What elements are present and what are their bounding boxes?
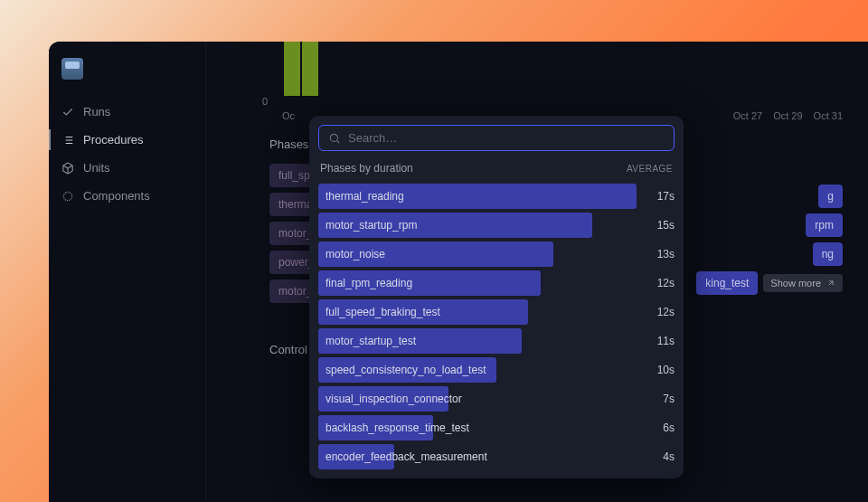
svg-point-9 [330,134,337,141]
duration-bar: motor_noise [318,242,553,267]
phases-popover: Phases by duration AVERAGE thermal_readi… [309,116,684,478]
timeline-chart: 0 Oc Oct 27 Oct 29 Oct 31 [269,56,868,114]
sidebar: RunsProceduresUnitsComponents [49,42,206,502]
x-tick: Oct 29 [773,110,802,121]
x-tick: Oct 27 [733,110,762,121]
app-logo [61,58,83,80]
phase-pill[interactable]: ng [813,242,843,266]
phase-pill[interactable]: rpm [806,213,843,237]
sidebar-item-components[interactable]: Components [49,182,205,210]
sidebar-item-label: Procedures [83,133,143,147]
sidebar-item-label: Units [83,161,110,175]
y-axis-zero: 0 [262,96,268,107]
phase-duration-row[interactable]: encoder_feedback_measurement4s [318,444,675,469]
duration-value: 15s [644,219,675,232]
search-field-wrap[interactable] [318,125,675,151]
duration-bar: motor_startup_test [318,328,522,354]
duration-value: 4s [644,450,675,463]
check-icon [61,106,74,118]
duration-bar: visual_inspection_connector [318,386,448,412]
x-tick: Oc [282,110,295,121]
duration-value: 6s [644,421,675,434]
sidebar-item-label: Runs [83,105,110,118]
search-icon [328,132,341,145]
phase-duration-row[interactable]: speed_consistency_no_load_test10s [318,357,675,383]
popover-right-label: AVERAGE [627,164,673,174]
hex-icon [61,190,74,203]
sidebar-item-procedures[interactable]: Procedures [49,126,205,154]
duration-value: 13s [644,248,675,260]
x-tick: Oct 31 [814,110,843,121]
duration-bar: full_speed_braking_test [318,299,528,325]
svg-point-7 [63,192,71,200]
sidebar-item-runs[interactable]: Runs [49,98,205,126]
duration-value: 12s [644,277,675,289]
phase-duration-row[interactable]: backlash_response_time_test6s [318,415,675,440]
show-more-button[interactable]: Show more [763,274,843,292]
phase-duration-row[interactable]: motor_startup_rpm15s [318,213,675,238]
search-input[interactable] [348,131,665,145]
phase-duration-row[interactable]: motor_noise13s [318,242,675,267]
timeline-bar [284,42,300,96]
sidebar-item-units[interactable]: Units [49,154,205,182]
phase-duration-row[interactable]: thermal_reading17s [318,184,675,209]
phase-duration-row[interactable]: full_speed_braking_test12s [318,299,675,325]
popover-title: Phases by duration [320,162,413,175]
duration-value: 12s [644,306,675,318]
arrow-up-right-icon [826,279,835,288]
duration-bar: backlash_response_time_test [318,415,433,440]
duration-bar: motor_startup_rpm [318,213,592,238]
duration-value: 11s [644,335,675,347]
phase-pill[interactable]: g [818,185,843,208]
list-icon [61,134,74,147]
duration-bar: final_rpm_reading [318,270,541,296]
cube-icon [61,162,74,175]
phase-duration-row[interactable]: motor_startup_test11s [318,328,675,354]
duration-value: 7s [644,393,675,405]
svg-line-8 [829,281,833,285]
svg-line-10 [337,140,340,143]
duration-bar: speed_consistency_no_load_test [318,357,496,383]
duration-value: 10s [644,364,675,376]
duration-value: 17s [644,190,675,203]
popover-header: Phases by duration AVERAGE [318,162,675,184]
phase-pill[interactable]: king_test [696,271,758,295]
timeline-bar [302,42,318,96]
phase-duration-row[interactable]: final_rpm_reading12s [318,270,675,296]
sidebar-item-label: Components [83,189,150,203]
phase-duration-row[interactable]: visual_inspection_connector7s [318,386,675,412]
duration-bar: encoder_feedback_measurement [318,444,394,469]
duration-bar: thermal_reading [318,184,637,209]
